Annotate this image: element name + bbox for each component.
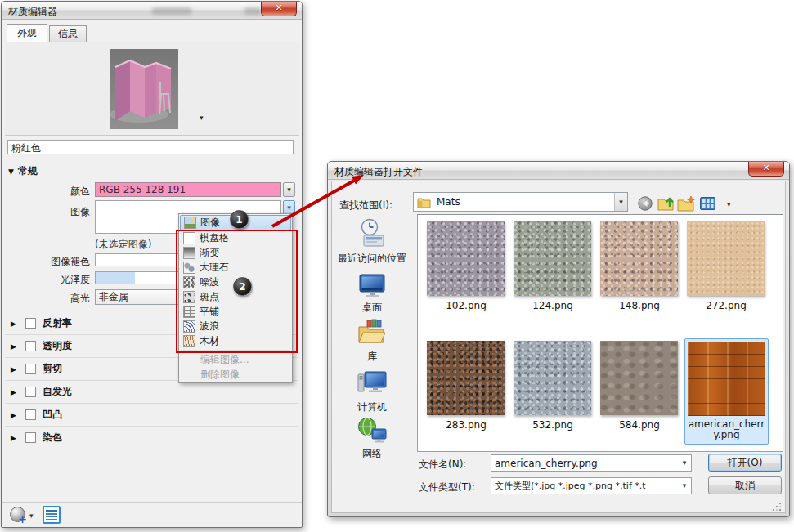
file-name[interactable]: 102.png [427, 300, 505, 311]
file-thumbnail[interactable] [514, 341, 591, 415]
libraries-icon [356, 317, 388, 348]
open-button[interactable]: 打开(O) [708, 454, 782, 472]
file-type-label: 文件类型(T): [419, 481, 475, 494]
place-network[interactable]: 网络 [329, 416, 415, 461]
titlebar-glass-smudge [152, 7, 191, 15]
preview-options-chevron-down-icon[interactable]: ▾ [200, 114, 204, 122]
callout-1: 1 [230, 210, 249, 229]
folder-icon [417, 196, 431, 208]
image-map-icon [184, 217, 196, 229]
image-fade-label: 图像褪色 [2, 255, 90, 269]
place-computer[interactable]: 计算机 [329, 366, 415, 414]
close-icon[interactable]: ✕ [748, 162, 784, 177]
file-name-combo[interactable]: american_cherry.png ▾ [491, 454, 692, 472]
expander-expanded-icon: ▼ [8, 168, 14, 176]
expander-collapsed-icon: ▶ [11, 411, 16, 419]
file-name-label: 文件名(N): [419, 458, 466, 472]
chevron-down-icon: ▾ [614, 193, 627, 211]
file-name-selected[interactable]: american_cherry.png [685, 419, 768, 440]
new-folder-icon[interactable] [677, 195, 696, 212]
tab-appearance[interactable]: 外观 [7, 24, 47, 42]
file-thumbnail[interactable] [687, 221, 765, 296]
look-in-label: 查找范围(I): [339, 199, 393, 212]
recent-places-icon [356, 217, 388, 250]
material-name-field[interactable]: 粉红色 [7, 140, 294, 154]
color-value-field[interactable]: RGB 255 128 191 [95, 182, 281, 197]
material-editor-toolbar: + ▾ [2, 502, 302, 528]
reflectivity-checkbox[interactable] [25, 318, 36, 329]
file-thumbnail[interactable] [600, 221, 678, 296]
file-name[interactable]: 148.png [600, 300, 679, 311]
expander-collapsed-icon: ▶ [11, 388, 16, 396]
create-material-icon[interactable]: + [10, 507, 25, 522]
titlebar-glass-smudge [244, 7, 261, 15]
color-dropdown-button[interactable]: ▾ [283, 182, 295, 197]
chevron-down-icon: ▾ [287, 204, 291, 212]
file-type-combo[interactable]: 文件类型(*.jpg *.jpeg *.png *.tif *.t ▾ [491, 477, 692, 494]
no-image-text: (未选定图像) [95, 238, 151, 252]
place-recent[interactable]: 最近访问的位置 [329, 217, 415, 266]
chevron-down-icon: ▾ [287, 186, 291, 194]
file-thumbnail[interactable] [427, 341, 505, 415]
create-material-chevron-down-icon[interactable]: ▾ [29, 512, 34, 520]
open-file-title: 材质编辑器打开文件 [334, 165, 423, 179]
material-preview-panel: ▾ [5, 42, 299, 136]
material-editor-titlebar[interactable]: 材质编辑器 ✕ [2, 2, 302, 20]
cancel-button[interactable]: 取消 [708, 476, 782, 494]
views-icon[interactable] [700, 197, 715, 210]
file-name[interactable]: 124.png [514, 300, 592, 311]
file-name[interactable]: 272.png [687, 300, 765, 311]
divider [5, 159, 298, 159]
image-label: 图像 [2, 205, 90, 219]
up-one-level-icon[interactable] [657, 194, 675, 212]
section-tint[interactable]: ▶ 染色 [2, 431, 302, 447]
cutouts-checkbox[interactable] [25, 364, 36, 374]
file-name[interactable]: 283.png [427, 419, 505, 431]
close-icon[interactable]: ✕ [261, 2, 297, 16]
divider [5, 426, 298, 427]
network-icon [356, 416, 388, 445]
material-editor-title: 材质编辑器 [8, 5, 57, 19]
expander-collapsed-icon: ▶ [11, 320, 16, 328]
section-bump[interactable]: ▶ 凹凸 [2, 408, 302, 424]
desktop-icon [357, 270, 388, 299]
file-thumbnail[interactable] [427, 221, 505, 296]
place-desktop[interactable]: 桌面 [329, 270, 415, 315]
place-libraries[interactable]: 库 [329, 317, 415, 364]
menu-item-delete-image: 删除图像 [180, 367, 291, 382]
screenshot-stage: 材质编辑器 ✕ 外观 信息 [0, 0, 794, 532]
transparency-checkbox[interactable] [25, 341, 36, 351]
chevron-down-icon: ▾ [678, 455, 691, 471]
expander-collapsed-icon: ▶ [11, 365, 16, 373]
callout-2: 2 [233, 277, 252, 296]
highlight-label: 高光 [2, 292, 90, 306]
material-preview-image[interactable] [110, 49, 178, 129]
list-view-icon[interactable] [43, 506, 61, 524]
glossiness-label: 光泽度 [2, 273, 90, 287]
expander-collapsed-icon: ▶ [11, 342, 16, 351]
resize-grip[interactable] [772, 502, 782, 512]
section-self-illumination[interactable]: ▶ 自发光 [2, 385, 302, 401]
bump-checkbox[interactable] [25, 409, 36, 420]
menu-item-edit-image: 编辑图像... [180, 352, 291, 367]
tint-checkbox[interactable] [25, 432, 36, 443]
file-name[interactable]: 584.png [600, 419, 679, 431]
divider [5, 449, 298, 449]
file-thumbnail[interactable] [600, 341, 678, 415]
tab-information[interactable]: 信息 [49, 25, 87, 42]
expander-collapsed-icon: ▶ [11, 434, 16, 442]
file-thumbnail[interactable] [514, 221, 591, 296]
views-chevron-down-icon[interactable]: ▾ [727, 201, 731, 208]
open-file-titlebar[interactable]: 材质编辑器打开文件 ✕ [328, 162, 789, 180]
color-label: 颜色 [2, 185, 90, 199]
self-illumination-checkbox[interactable] [25, 387, 36, 397]
glossiness-slider-fill [96, 272, 135, 284]
section-general[interactable]: ▼常规 [8, 164, 38, 178]
chevron-down-icon: ▾ [678, 478, 691, 494]
look-in-combo[interactable]: Mats ▾ [413, 192, 628, 212]
file-name[interactable]: 532.png [514, 419, 592, 431]
back-icon[interactable] [638, 196, 653, 211]
computer-icon [356, 366, 388, 399]
divider [5, 403, 298, 404]
file-thumbnail-selected[interactable] [688, 342, 765, 416]
